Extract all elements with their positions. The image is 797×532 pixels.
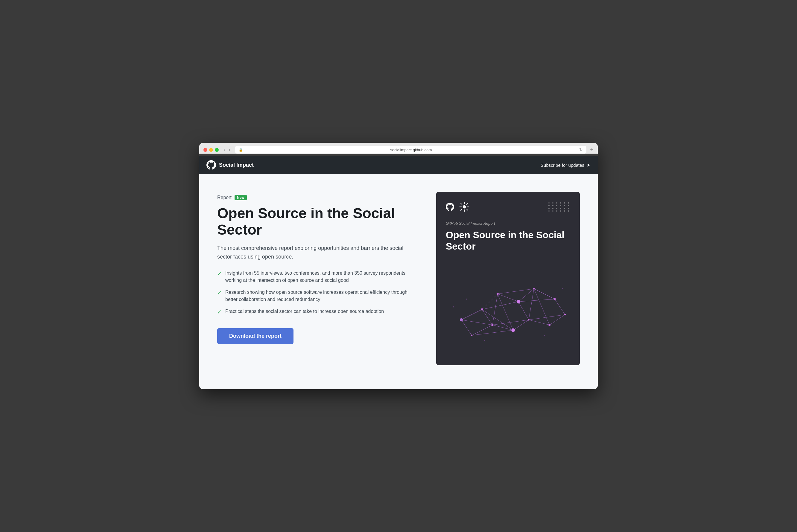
svg-point-47 xyxy=(491,324,494,326)
new-badge: New xyxy=(235,195,247,200)
feature-item-3: ✓ Practical steps the social sector can … xyxy=(217,308,418,316)
description: The most comprehensive report exploring … xyxy=(217,244,418,261)
network-graphic xyxy=(446,262,570,356)
feature-text-1: Insights from 55 interviews, two confere… xyxy=(225,270,418,284)
svg-point-41 xyxy=(533,288,535,289)
send-icon: ➤ xyxy=(587,162,591,168)
download-button[interactable]: Download the report xyxy=(217,328,293,344)
svg-line-25 xyxy=(534,289,549,325)
svg-line-32 xyxy=(534,289,555,299)
back-button[interactable]: ‹ xyxy=(222,147,226,153)
svg-line-14 xyxy=(555,299,565,315)
brand-name: Social Impact xyxy=(219,162,254,168)
svg-line-33 xyxy=(492,294,497,325)
cover-github-logo-icon xyxy=(446,203,454,211)
svg-line-24 xyxy=(519,302,529,320)
svg-point-54 xyxy=(562,288,563,289)
subscribe-button[interactable]: Subscribe for updates ➤ xyxy=(541,162,591,168)
main-content: Report New Open Source in the Social Sec… xyxy=(199,174,598,389)
left-panel: Report New Open Source in the Social Sec… xyxy=(217,192,418,344)
url-text: socialimpact.github.com xyxy=(245,148,578,152)
subscribe-label: Subscribe for updates xyxy=(541,163,584,168)
svg-line-19 xyxy=(472,325,492,335)
svg-point-44 xyxy=(548,324,550,326)
svg-point-43 xyxy=(564,314,566,315)
svg-line-36 xyxy=(482,309,513,330)
network-visualization xyxy=(446,262,570,346)
cover-header xyxy=(446,202,570,212)
svg-point-50 xyxy=(511,328,515,332)
feature-text-2: Research showing how open source softwar… xyxy=(225,289,418,303)
svg-line-17 xyxy=(513,320,529,330)
svg-line-28 xyxy=(461,320,492,325)
feature-item-1: ✓ Insights from 55 interviews, two confe… xyxy=(217,270,418,284)
cover-report-label: GitHub Social Impact Report xyxy=(446,221,570,226)
svg-point-49 xyxy=(517,300,520,303)
browser-chrome: ‹ › 🔒 socialimpact.github.com ↻ + xyxy=(199,143,598,154)
top-bar: ‹ › 🔒 socialimpact.github.com ↻ + xyxy=(203,146,594,154)
svg-line-31 xyxy=(472,330,513,335)
svg-point-45 xyxy=(528,319,529,320)
svg-point-53 xyxy=(466,299,467,300)
svg-point-39 xyxy=(496,293,499,295)
site-navbar: Social Impact Subscribe for updates ➤ xyxy=(199,156,598,174)
svg-point-56 xyxy=(484,340,485,341)
minimize-button[interactable] xyxy=(209,148,213,152)
svg-point-52 xyxy=(453,306,454,307)
nav-brand: Social Impact xyxy=(206,160,254,170)
svg-line-23 xyxy=(519,299,555,302)
svg-line-20 xyxy=(461,320,472,335)
feature-item-2: ✓ Research showing how open source softw… xyxy=(217,289,418,303)
svg-line-15 xyxy=(549,315,565,325)
svg-point-55 xyxy=(544,335,545,336)
svg-line-27 xyxy=(482,309,492,325)
check-icon-1: ✓ xyxy=(217,270,222,278)
svg-line-11 xyxy=(497,294,518,302)
nav-buttons: ‹ › xyxy=(222,147,232,153)
check-icon-2: ✓ xyxy=(217,289,222,297)
new-tab-button[interactable]: + xyxy=(590,147,594,153)
report-cover: GitHub Social Impact Report Open Source … xyxy=(436,192,580,365)
svg-line-8 xyxy=(460,209,462,210)
cover-logos xyxy=(446,202,470,212)
case-foundation-icon xyxy=(459,202,470,212)
lock-icon: 🔒 xyxy=(239,148,243,152)
report-label: Report xyxy=(217,195,232,200)
features-list: ✓ Insights from 55 interviews, two confe… xyxy=(217,270,418,316)
forward-button[interactable]: › xyxy=(228,147,231,153)
svg-line-6 xyxy=(466,209,468,210)
traffic-lights xyxy=(203,148,219,152)
svg-line-34 xyxy=(529,289,534,320)
right-panel: GitHub Social Impact Report Open Source … xyxy=(436,192,580,365)
refresh-button[interactable]: ↻ xyxy=(579,147,583,152)
svg-line-16 xyxy=(529,320,549,325)
report-label-row: Report New xyxy=(217,195,418,200)
cover-title: Open Source in the Social Sector xyxy=(446,229,570,252)
cover-dots-grid xyxy=(548,202,570,212)
main-title: Open Source in the Social Sector xyxy=(217,205,418,238)
svg-point-38 xyxy=(481,308,483,310)
feature-text-3: Practical steps the social sector can ta… xyxy=(225,308,384,315)
svg-point-0 xyxy=(463,205,466,209)
address-bar[interactable]: 🔒 socialimpact.github.com ↻ xyxy=(235,146,587,154)
svg-line-18 xyxy=(492,325,513,330)
svg-point-51 xyxy=(460,318,463,321)
maximize-button[interactable] xyxy=(215,148,219,152)
svg-line-21 xyxy=(482,302,518,309)
browser-window: ‹ › 🔒 socialimpact.github.com ↻ + Social… xyxy=(199,143,598,389)
close-button[interactable] xyxy=(203,148,207,152)
svg-line-35 xyxy=(461,309,482,320)
svg-line-26 xyxy=(497,294,513,330)
github-logo-icon xyxy=(206,160,216,170)
svg-line-5 xyxy=(460,203,462,205)
check-icon-3: ✓ xyxy=(217,308,222,316)
svg-line-7 xyxy=(466,203,468,205)
svg-point-42 xyxy=(554,298,556,300)
svg-point-48 xyxy=(471,335,472,336)
